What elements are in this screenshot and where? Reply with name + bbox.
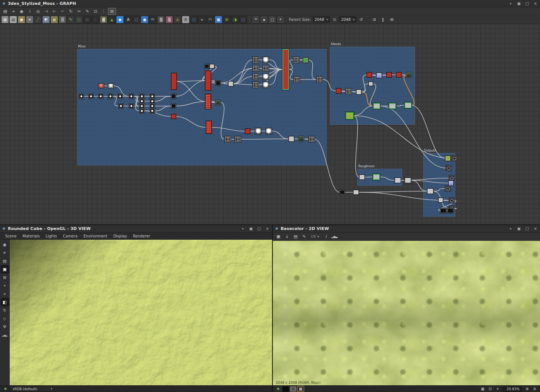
view2d-titlebar[interactable]: ❖ Basecolor - 2D VIEW ⌖ ▣ □ × <box>273 225 540 233</box>
letter-a-icon[interactable]: A <box>182 16 189 23</box>
graph-node-out[interactable] <box>446 165 451 171</box>
comment-icon[interactable]: ❝ <box>252 16 259 23</box>
graph-canvas[interactable]: MossAlbedoRoughnessOutputs <box>0 24 540 224</box>
graph-node-red[interactable] <box>245 129 250 134</box>
graph-node-dgreen[interactable] <box>216 100 221 105</box>
graph-node-noise[interactable] <box>316 77 322 83</box>
shape-ring-icon[interactable]: ○ <box>75 16 82 23</box>
value-01-icon[interactable]: 01 <box>149 16 156 23</box>
forward-double-icon[interactable]: ⇉ <box>370 16 378 23</box>
dirt-icon[interactable]: ▒ <box>59 16 66 23</box>
graph-node-shape[interactable] <box>99 94 103 99</box>
background-black-icon[interactable]: ■ <box>283 386 289 392</box>
graph-node-red[interactable] <box>171 73 177 90</box>
relink-icon[interactable]: ↻ <box>67 8 75 15</box>
graph-node-noise[interactable] <box>235 136 241 142</box>
graph-node-greensel[interactable] <box>389 103 396 109</box>
menu-renderer[interactable]: Renderer <box>130 234 153 238</box>
marquee-icon[interactable]: ▢ <box>190 16 197 23</box>
pin-item-icon[interactable]: ⌖ <box>277 16 284 23</box>
capture-icon[interactable]: ◉ <box>18 8 25 15</box>
graph-node-gray3d[interactable] <box>108 84 113 88</box>
colorspace-select[interactable]: sRGB (default) ▾ <box>10 386 54 392</box>
graph-node-greenbig[interactable] <box>346 112 354 119</box>
save-image-icon[interactable]: ↓ <box>283 233 291 240</box>
graph-node-red[interactable] <box>367 72 372 77</box>
graph-node-reddot[interactable] <box>206 121 212 134</box>
environment-light-icon[interactable]: ☀ <box>1 249 9 256</box>
graph-node-dark[interactable] <box>440 208 446 213</box>
parent-width-select[interactable]: 2048 ▾ <box>313 16 330 22</box>
copy-image-icon[interactable]: ▤ <box>292 233 299 240</box>
graph-node-dark[interactable] <box>447 208 453 213</box>
view3d-viewport[interactable] <box>10 240 272 385</box>
link-size-icon[interactable]: ⊙ <box>332 17 337 22</box>
graph-node-shape[interactable] <box>150 99 154 103</box>
graph-node-red[interactable] <box>387 72 391 77</box>
graph-node-noise[interactable] <box>293 57 299 63</box>
graph-node-shape[interactable] <box>129 94 134 99</box>
graph-node-gray[interactable] <box>438 198 443 202</box>
tiles-green-icon[interactable]: ◨ <box>231 16 238 23</box>
curve-icon[interactable]: ≈ <box>199 16 206 23</box>
channels-icon[interactable]: ❖ <box>275 386 281 392</box>
graph-node-red[interactable] <box>205 71 211 90</box>
float-icon[interactable]: ▣ <box>516 1 521 6</box>
menu-display[interactable]: Display <box>110 234 130 238</box>
zoom-level[interactable]: 20.83% <box>503 386 522 392</box>
graph-node-dark[interactable] <box>340 190 345 195</box>
graph-node-gray[interactable] <box>228 81 233 86</box>
graph-node-noise[interactable] <box>225 136 231 142</box>
checker-icon[interactable]: ▦ <box>215 16 222 23</box>
graph-node-red[interactable] <box>171 114 176 119</box>
image-info-icon[interactable]: i <box>322 233 330 240</box>
tile-sampler-icon[interactable]: ∷ <box>84 16 91 23</box>
menu-environment[interactable]: Environment <box>81 234 110 238</box>
link-in-icon[interactable]: ⊣ <box>43 8 50 15</box>
graph-node-shape[interactable] <box>140 104 144 108</box>
scene-graph-icon[interactable]: Ψ <box>1 323 9 330</box>
float-icon[interactable]: ▣ <box>516 227 521 231</box>
display-uv-icon[interactable]: ⊞ <box>1 274 9 281</box>
fit-view-icon[interactable]: ⊡ <box>487 386 493 392</box>
menu-scene[interactable]: Scene <box>2 234 20 238</box>
graph-node-gray[interactable] <box>427 189 433 194</box>
render-stats-icon[interactable]: ▂▅▃ <box>1 332 9 339</box>
graph-node-white[interactable] <box>266 128 272 134</box>
graph-node-noise[interactable] <box>253 82 259 88</box>
graph-node-gray[interactable] <box>356 90 361 94</box>
pin-icon[interactable]: ⌖ <box>240 227 245 231</box>
zoom-icon[interactable]: ◎ <box>34 8 42 15</box>
export-node-icon[interactable]: ⊡ <box>92 8 99 15</box>
scratches-icon[interactable]: ✎ <box>67 16 74 23</box>
node-info-icon[interactable]: i <box>26 8 34 15</box>
graph-node-gray[interactable] <box>395 178 401 183</box>
wireframe-icon[interactable]: ◇ <box>1 315 9 322</box>
warning-icon[interactable]: ⚠ <box>174 16 181 23</box>
tiling-mode-icon[interactable]: ▦ <box>297 386 304 392</box>
graph-node-gray[interactable] <box>359 175 365 180</box>
background-checker-icon[interactable]: ▥ <box>290 386 296 392</box>
graph-node-dgreen[interactable] <box>406 72 412 78</box>
graph-node-reddot[interactable] <box>205 94 211 109</box>
graph-node-white[interactable] <box>263 82 269 88</box>
material-view-icon[interactable]: ▣ <box>1 266 9 273</box>
binary-01-icon[interactable]: 01 <box>207 16 214 23</box>
graph-node-noise[interactable] <box>309 136 315 142</box>
histogram-icon[interactable]: ▂▅▃ <box>331 233 338 240</box>
graph-node-shape[interactable] <box>140 109 144 113</box>
graph-node-red[interactable] <box>396 72 401 77</box>
splatter-icon[interactable]: ∴ <box>92 16 99 23</box>
graph-node-gray[interactable] <box>405 178 411 183</box>
move-view-icon[interactable]: + <box>494 386 501 392</box>
grunge-map-icon[interactable]: ▓ <box>100 16 107 23</box>
graph-node-shape[interactable] <box>140 99 144 103</box>
texture-view-icon[interactable]: ▤ <box>1 258 9 265</box>
bitmap-icon[interactable]: ▦ <box>1 16 9 23</box>
graph-node-shape[interactable] <box>140 94 144 99</box>
graph-node-noise[interactable] <box>294 77 300 83</box>
pan-view-icon[interactable]: + <box>1 290 9 298</box>
graph-node-gray[interactable] <box>289 136 294 141</box>
move-icon[interactable]: + <box>10 8 17 15</box>
pen-icon[interactable]: ✎ <box>84 8 91 15</box>
